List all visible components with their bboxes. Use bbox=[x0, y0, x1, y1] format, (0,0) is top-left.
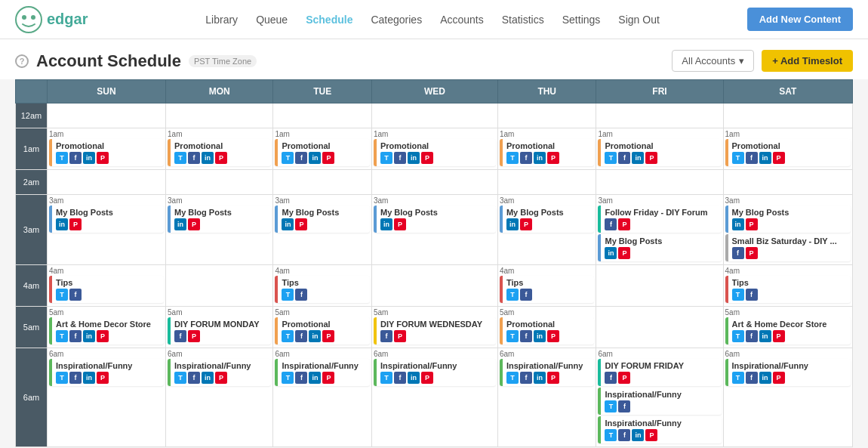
cell-12am-sat[interactable] bbox=[723, 104, 852, 128]
timeslot-card[interactable]: Inspirational/FunnyTfinP bbox=[374, 359, 496, 386]
cell-2am-fri[interactable] bbox=[596, 170, 723, 195]
cell-6am-fri[interactable]: 6amDIY FORUM FRIDAYfPInspirational/Funny… bbox=[596, 348, 723, 447]
timeslot-card[interactable]: Art & Home Decor StoreTfinP bbox=[725, 317, 851, 344]
timeslot-card[interactable]: DIY FORUM WEDNESDAYfP bbox=[374, 317, 496, 344]
cell-12am-mon[interactable] bbox=[166, 104, 273, 128]
cell-4am-wed[interactable] bbox=[372, 265, 498, 307]
timeslot-card[interactable]: PromotionalTfinP bbox=[275, 139, 370, 166]
cell-4am-fri[interactable] bbox=[596, 265, 723, 307]
timeslot-card[interactable]: My Blog PostsinP bbox=[168, 205, 271, 233]
timeslot-card[interactable]: PromotionalTfinP bbox=[49, 139, 164, 166]
slot-title: My Blog Posts bbox=[732, 208, 847, 217]
cell-4am-tue[interactable]: 4amTipsTf bbox=[273, 265, 372, 307]
cell-1am-wed[interactable]: 1amPromotionalTfinP bbox=[372, 128, 498, 170]
cell-6am-thu[interactable]: 6amInspirational/FunnyTfinP bbox=[497, 348, 596, 447]
slot-icons: Tf bbox=[56, 289, 160, 301]
timeslot-card[interactable]: Inspirational/FunnyTfinP bbox=[49, 359, 164, 386]
timeslot-card[interactable]: My Blog PostsinP bbox=[49, 205, 164, 233]
timeslot-card[interactable]: Inspirational/FunnyTfinP bbox=[725, 359, 851, 386]
timeslot-card[interactable]: Inspirational/FunnyTf bbox=[598, 388, 721, 415]
nav-settings[interactable]: Settings bbox=[562, 14, 601, 26]
accounts-dropdown-button[interactable]: All Accounts ▾ bbox=[672, 50, 754, 72]
timeslot-card[interactable]: PromotionalTfinP bbox=[598, 139, 721, 166]
cell-12am-wed[interactable] bbox=[372, 104, 498, 128]
timeslot-card[interactable]: Inspirational/FunnyTfinP bbox=[598, 416, 721, 443]
timeslot-card[interactable]: PromotionalTfinP bbox=[500, 317, 595, 344]
timeslot-card[interactable]: My Blog PostsinP bbox=[374, 205, 496, 233]
nav-queue[interactable]: Queue bbox=[256, 14, 288, 26]
cell-6am-tue[interactable]: 6amInspirational/FunnyTfinP bbox=[273, 348, 372, 447]
nav-library[interactable]: Library bbox=[205, 14, 238, 26]
cell-3am-sun[interactable]: 3amMy Blog PostsinP bbox=[48, 195, 166, 265]
nav-accounts[interactable]: Accounts bbox=[440, 14, 484, 26]
cell-6am-sat[interactable]: 6amInspirational/FunnyTfinP bbox=[723, 348, 852, 447]
cell-3am-tue[interactable]: 3amMy Blog PostsinP bbox=[273, 195, 372, 265]
cell-2am-tue[interactable] bbox=[273, 170, 372, 195]
cell-1am-thu[interactable]: 1amPromotionalTfinP bbox=[497, 128, 596, 170]
timeslot-card[interactable]: DIY FORUM FRIDAYfP bbox=[598, 359, 721, 386]
timeslot-card[interactable]: PromotionalTfinP bbox=[374, 139, 496, 166]
nav-categories[interactable]: Categories bbox=[371, 14, 422, 26]
cell-5am-fri[interactable] bbox=[596, 307, 723, 348]
cell-2am-sat[interactable] bbox=[723, 170, 852, 195]
cell-3am-thu[interactable]: 3amMy Blog PostsinP bbox=[497, 195, 596, 265]
timeslot-card[interactable]: Inspirational/FunnyTfinP bbox=[168, 359, 271, 386]
timeslot-card[interactable]: My Blog PostsinP bbox=[275, 205, 370, 233]
cell-5am-sat[interactable]: 5amArt & Home Decor StoreTfinP bbox=[723, 307, 852, 348]
timeslot-card[interactable]: Inspirational/FunnyTfinP bbox=[275, 359, 370, 386]
cell-2am-wed[interactable] bbox=[372, 170, 498, 195]
cell-2am-thu[interactable] bbox=[497, 170, 596, 195]
timeslot-card[interactable]: PromotionalTfinP bbox=[725, 139, 851, 166]
nav-schedule[interactable]: Schedule bbox=[306, 14, 352, 26]
cell-5am-wed[interactable]: 5amDIY FORUM WEDNESDAYfP bbox=[372, 307, 498, 348]
cell-12am-thu[interactable] bbox=[497, 104, 596, 128]
cell-6am-wed[interactable]: 6amInspirational/FunnyTfinP bbox=[372, 348, 498, 447]
timeslot-card[interactable]: My Blog PostsinP bbox=[598, 234, 721, 261]
cell-3am-mon[interactable]: 3amMy Blog PostsinP bbox=[166, 195, 273, 265]
cell-1am-sat[interactable]: 1amPromotionalTfinP bbox=[723, 128, 852, 170]
cell-12am-tue[interactable] bbox=[273, 104, 372, 128]
add-timeslot-button[interactable]: + Add Timeslot bbox=[762, 50, 853, 72]
cell-4am-mon[interactable] bbox=[166, 265, 273, 307]
logo[interactable]: edgar bbox=[15, 6, 88, 33]
timeslot-card[interactable]: TipsTf bbox=[49, 276, 164, 303]
cell-3am-sat[interactable]: 3amMy Blog PostsinPSmall Biz Saturday - … bbox=[723, 195, 852, 265]
cell-2am-sun[interactable] bbox=[48, 170, 166, 195]
timeslot-card[interactable]: TipsTf bbox=[275, 276, 370, 303]
timeslot-card[interactable]: Follow Friday - DIY ForumfP bbox=[598, 205, 721, 233]
nav-statistics[interactable]: Statistics bbox=[502, 14, 544, 26]
timeslot-card[interactable]: Art & Home Decor StoreTfinP bbox=[49, 317, 164, 344]
cell-1am-sun[interactable]: 1amPromotionalTfinP bbox=[48, 128, 166, 170]
cell-1am-tue[interactable]: 1amPromotionalTfinP bbox=[273, 128, 372, 170]
cell-2am-mon[interactable] bbox=[166, 170, 273, 195]
timeslot-card[interactable]: PromotionalTfinP bbox=[500, 139, 595, 166]
cell-5am-thu[interactable]: 5amPromotionalTfinP bbox=[497, 307, 596, 348]
cell-1am-fri[interactable]: 1amPromotionalTfinP bbox=[596, 128, 723, 170]
timeslot-card[interactable]: My Blog PostsinP bbox=[725, 205, 851, 233]
cell-3am-fri[interactable]: 3amFollow Friday - DIY ForumfPMy Blog Po… bbox=[596, 195, 723, 265]
slot-title: Promotional bbox=[56, 141, 160, 150]
cell-3am-wed[interactable]: 3amMy Blog PostsinP bbox=[372, 195, 498, 265]
cell-12am-sun[interactable] bbox=[48, 104, 166, 128]
cell-6am-mon[interactable]: 6amInspirational/FunnyTfinP bbox=[166, 348, 273, 447]
timeslot-card[interactable]: TipsTf bbox=[500, 276, 595, 303]
nav-signout[interactable]: Sign Out bbox=[618, 14, 659, 26]
timeslot-card[interactable]: TipsTf bbox=[725, 276, 851, 303]
timeslot-card[interactable]: PromotionalTfinP bbox=[275, 317, 370, 344]
cell-5am-sun[interactable]: 5amArt & Home Decor StoreTfinP bbox=[48, 307, 166, 348]
timeslot-card[interactable]: Small Biz Saturday - DIY ...fP bbox=[725, 234, 851, 261]
timeslot-card[interactable]: PromotionalTfinP bbox=[168, 139, 271, 166]
timeslot-card[interactable]: Inspirational/FunnyTfinP bbox=[500, 359, 595, 386]
cell-4am-sat[interactable]: 4amTipsTf bbox=[723, 265, 852, 307]
cell-4am-thu[interactable]: 4amTipsTf bbox=[497, 265, 596, 307]
cell-6am-sun[interactable]: 6amInspirational/FunnyTfinP bbox=[48, 348, 166, 447]
cell-4am-sun[interactable]: 4amTipsTf bbox=[48, 265, 166, 307]
cell-12am-fri[interactable] bbox=[596, 104, 723, 128]
cell-5am-tue[interactable]: 5amPromotionalTfinP bbox=[273, 307, 372, 348]
help-icon[interactable]: ? bbox=[15, 54, 29, 68]
add-content-button[interactable]: Add New Content bbox=[747, 8, 853, 31]
timeslot-card[interactable]: DIY FORUM MONDAYfP bbox=[168, 317, 271, 344]
cell-1am-mon[interactable]: 1amPromotionalTfinP bbox=[166, 128, 273, 170]
timeslot-card[interactable]: My Blog PostsinP bbox=[500, 205, 595, 233]
cell-5am-mon[interactable]: 5amDIY FORUM MONDAYfP bbox=[166, 307, 273, 348]
